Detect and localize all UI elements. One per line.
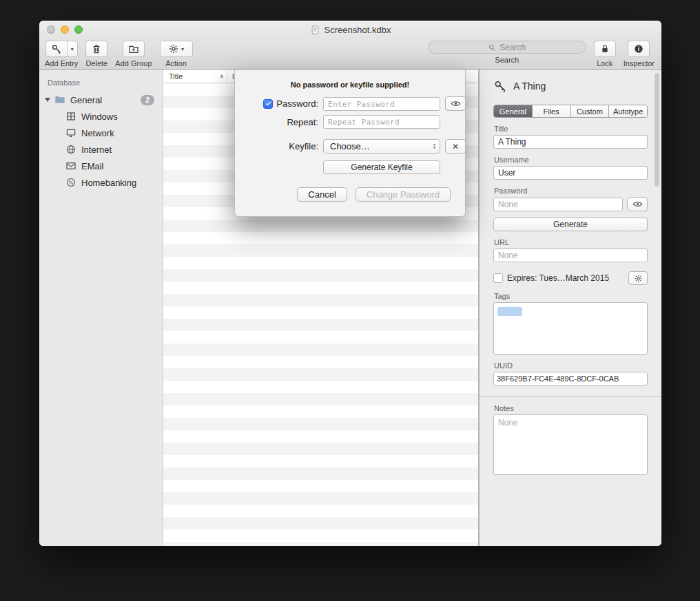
add-entry-button[interactable]: ▾ Add Entry [45,41,78,67]
reveal-password-button[interactable] [627,197,648,211]
repeat-password-input[interactable] [323,115,440,129]
sidebar-group-label: Windows [81,112,118,122]
dialog-actions: Cancel Change Password [235,174,465,202]
dialog-message: No password or keyfile supplied! [235,70,465,89]
generate-keyfile-button[interactable]: Generate Keyfile [323,160,440,174]
disclosure-triangle-icon[interactable] [45,98,50,102]
sidebar-group-label: General [70,95,102,105]
title-label: Title [494,125,647,133]
add-group-button[interactable]: Add Group [115,41,152,67]
clear-keyfile-button[interactable]: ✕ [445,139,466,154]
dialog-form: Password: Repeat: Keyfile: Choose… ✕ [235,96,465,174]
inspector-label: Inspector [624,59,655,67]
uuid-label: UUID [494,361,647,370]
folder-plus-icon [128,43,139,54]
lock-button[interactable]: Lock [594,41,616,67]
sidebar-group-windows[interactable]: Windows [39,108,163,125]
folder-icon [54,94,65,105]
add-group-label: Add Group [115,59,152,67]
tag-chip[interactable] [497,307,522,316]
sidebar-group-label: EMail [81,161,104,171]
sidebar-group-general[interactable]: General 2 [39,92,163,108]
delete-button[interactable]: Delete [85,41,107,67]
inspector-scrollbar[interactable] [654,72,660,543]
window-controls [47,25,83,34]
username-field[interactable] [493,166,648,180]
expires-settings-button[interactable] [628,271,648,285]
entry-title: A Thing [513,81,546,92]
section-divider [480,397,661,397]
scrollbar-thumb[interactable] [655,73,659,187]
search-placeholder: Search [500,43,526,52]
entry-key-icon [493,79,507,93]
cancel-button[interactable]: Cancel [297,187,347,202]
key-plus-icon[interactable] [46,41,67,56]
username-label: Username [494,156,647,164]
action-label: Action [165,59,187,67]
search-label: Search [495,56,519,64]
tab-autotype[interactable]: Autotype [608,105,647,117]
tab-custom[interactable]: Custom [570,105,609,117]
password-label-cell: Password: [249,98,318,109]
expires-row: Expires: Tues…March 2015 [493,271,648,285]
gear-icon [168,43,179,54]
tab-general[interactable]: General [494,105,532,117]
sidebar-group-internet[interactable]: Internet [39,141,163,158]
keyfile-label: Keyfile: [289,141,318,151]
inspector-panel: A Thing General Files Custom Autotype Ti… [479,70,661,546]
chevron-down-icon[interactable]: ▾ [67,41,77,56]
lock-label: Lock [597,59,612,67]
eye-icon [632,200,643,209]
search-input[interactable]: Search [428,41,586,54]
keyfile-label-cell: Keyfile: [249,141,318,151]
notes-field[interactable]: None [493,414,648,475]
notes-placeholder: None [498,418,518,428]
url-field[interactable] [493,249,648,262]
inspector-toggle-button[interactable]: Inspector [624,41,655,67]
close-x-icon: ✕ [452,142,459,151]
password-checkbox[interactable] [263,99,273,109]
zoom-button[interactable] [74,25,83,34]
envelope-icon [65,160,76,171]
sort-ascending-icon: ∧ [219,73,224,80]
popup-stepper-icon [431,141,438,151]
tags-field[interactable] [493,302,648,355]
close-button[interactable] [47,25,55,34]
action-button[interactable]: ▾ Action [160,41,193,67]
change-password-button[interactable]: Change Password [356,187,451,202]
window-title: Screenshot.kdbx [39,21,661,39]
sidebar-group-homebanking[interactable]: Homebanking [39,174,163,191]
password-field[interactable] [493,198,623,211]
globe-icon [65,144,76,155]
gear-icon [633,274,644,283]
minimize-button[interactable] [61,25,69,34]
toolbar: ▾ Add Entry Delete Add Group [39,39,661,70]
column-header-title[interactable]: Title ∧ [163,70,227,83]
reveal-password-button[interactable] [445,96,466,111]
sidebar-group-email[interactable]: EMail [39,158,163,174]
keyfile-value: Choose… [330,141,370,151]
expires-checkbox[interactable] [493,273,503,283]
check-icon [265,100,272,107]
sidebar-group-label: Network [81,128,114,138]
expires-label: Expires: Tues…March 2015 [507,273,624,283]
password-label: Password: [276,98,318,109]
repeat-label-cell: Repeat: [249,117,318,127]
titlebar[interactable]: Screenshot.kdbx [39,21,661,39]
uuid-field[interactable] [493,372,648,386]
windows-icon [65,111,76,122]
add-entry-label: Add Entry [45,59,78,67]
password-input[interactable] [323,97,440,111]
info-icon [633,43,644,54]
title-field[interactable] [493,135,648,149]
network-icon [65,127,76,138]
entry-count-badge: 2 [141,95,154,105]
tab-files[interactable]: Files [532,105,570,117]
tags-label: Tags [494,292,647,300]
sidebar-group-label: Homebanking [81,178,136,188]
keyfile-popup[interactable]: Choose… [323,139,440,154]
chevron-down-icon: ▾ [181,46,184,52]
sidebar-group-network[interactable]: Network [39,125,163,141]
generate-password-button[interactable]: Generate [493,218,648,231]
trash-icon [91,43,102,54]
